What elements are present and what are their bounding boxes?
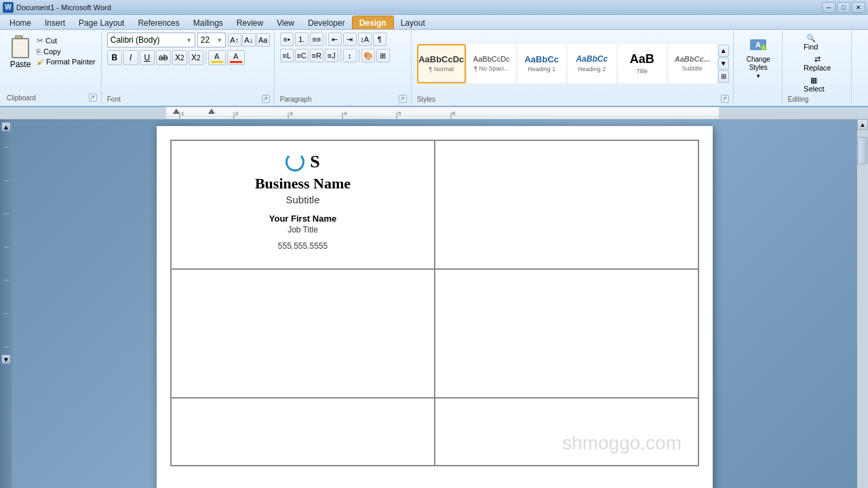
clipboard-expand[interactable]: ↗ <box>89 94 97 102</box>
line-spacing-button[interactable]: ↕ <box>343 49 357 62</box>
format-painter-button[interactable]: 🖌 Format Painter <box>35 57 97 66</box>
subscript-button[interactable]: X2 <box>172 50 187 65</box>
font-size-selector[interactable]: 22 ▼ <box>197 33 226 47</box>
bold-button[interactable]: B <box>107 50 122 65</box>
italic-button[interactable]: I <box>123 50 138 65</box>
card-cell-main[interactable]: S Business Name Subtitle Your First Name… <box>171 140 435 269</box>
tab-mailings[interactable]: Mailings <box>186 16 230 29</box>
style-heading1[interactable]: AaBbCc Heading 1 <box>517 44 566 83</box>
card-cell-bottom-1[interactable] <box>171 398 435 466</box>
document-area: S Business Name Subtitle Your First Name… <box>12 119 857 488</box>
paste-button[interactable]: Paste <box>7 34 34 70</box>
cut-button[interactable]: ✂ Cut <box>35 35 97 46</box>
main-area: ▲ — — — — — — — ▼ S Business Name S <box>0 119 868 488</box>
tab-review[interactable]: Review <box>230 16 270 29</box>
ruler: 1 2 3 4 5 6 <box>0 107 868 119</box>
shading-button[interactable]: 🎨 <box>361 49 375 62</box>
tab-developer[interactable]: Developer <box>301 16 352 29</box>
justify-button[interactable]: ≡J <box>325 49 338 62</box>
scissors-icon: ✂ <box>37 36 43 45</box>
style-no-spacing[interactable]: AaBbCcDc ¶ No Spaci... <box>467 44 516 83</box>
style-title-preview: AaB <box>630 52 654 67</box>
ribbon-tabs: Home Insert Page Layout References Maili… <box>0 15 868 30</box>
paragraph-expand[interactable]: ↗ <box>399 95 407 103</box>
decrease-indent-button[interactable]: ⇤ <box>328 33 342 46</box>
style-title[interactable]: AaB Title <box>618 44 667 83</box>
card-subtitle: Subtitle <box>285 194 319 205</box>
styles-expand-btn[interactable]: ↗ <box>721 95 729 103</box>
tab-home[interactable]: Home <box>3 16 38 29</box>
find-button[interactable]: 🔍 Find <box>800 33 822 52</box>
increase-font-button[interactable]: A↑ <box>228 33 241 47</box>
font-expand[interactable]: ↗ <box>262 95 270 103</box>
minimize-button[interactable]: ─ <box>822 2 835 13</box>
style-heading2-preview: AaBbCc <box>576 54 608 64</box>
tab-layout[interactable]: Layout <box>394 16 432 29</box>
ribbon: Paste ✂ Cut ⎘ Copy 🖌 Format Painter Clip… <box>0 30 868 107</box>
logo-circle <box>285 152 304 171</box>
card-cell-empty-1[interactable] <box>435 140 698 269</box>
bullet-list-button[interactable]: ≡• <box>280 33 294 46</box>
superscript-button[interactable]: X2 <box>189 50 203 65</box>
scroll-up-button[interactable]: ▲ <box>857 119 868 130</box>
svg-text:1: 1 <box>181 110 184 117</box>
style-heading1-preview: AaBbCc <box>524 54 559 65</box>
style-normal[interactable]: AaBbCcDc ¶ Normal <box>417 44 466 83</box>
strikethrough-button[interactable]: ab <box>156 50 171 65</box>
style-subtitle[interactable]: AaBbCc... Subtitle <box>668 44 717 83</box>
decrease-font-button[interactable]: A↓ <box>242 33 256 47</box>
font-color-button[interactable]: A <box>227 50 245 65</box>
show-formatting-button[interactable]: ¶ <box>373 33 387 46</box>
card-cell-empty-3[interactable] <box>435 269 698 398</box>
styles-scroll-down[interactable]: ▼ <box>718 58 729 70</box>
card-cell-bottom-2[interactable]: shmoggo.com <box>435 398 698 466</box>
tab-page-layout[interactable]: Page Layout <box>72 16 131 29</box>
font-family-selector[interactable]: Calibri (Body) ▼ <box>107 33 195 47</box>
style-heading2[interactable]: AaBbCc Heading 2 <box>568 44 616 83</box>
tab-design[interactable]: Design <box>352 16 394 29</box>
clear-formatting-button[interactable]: Aa <box>256 33 270 47</box>
app-icon: W <box>3 2 14 13</box>
styles-scroll-up[interactable]: ▲ <box>718 45 729 57</box>
card-cell-empty-2[interactable] <box>171 269 435 398</box>
svg-marker-18 <box>208 108 215 114</box>
align-right-button[interactable]: ≡R <box>310 49 323 62</box>
styles-group-label: Styles <box>417 94 435 103</box>
copy-icon: ⎘ <box>37 47 41 56</box>
increase-indent-button[interactable]: ⇥ <box>343 33 357 46</box>
copy-button[interactable]: ⎘ Copy <box>35 47 97 56</box>
scroll-track <box>857 130 868 488</box>
text-highlight-button[interactable]: A <box>208 50 226 65</box>
logo-letter: S <box>310 152 319 172</box>
editing-group-label: Editing <box>788 94 809 103</box>
highlight-color-bar <box>211 61 223 63</box>
business-card-grid: S Business Name Subtitle Your First Name… <box>170 140 699 466</box>
sidebar-scroll-up[interactable]: ▲ <box>1 122 11 131</box>
svg-text:5: 5 <box>398 110 401 117</box>
tab-references[interactable]: References <box>131 16 186 29</box>
ruler-content: 1 2 3 4 5 6 <box>166 107 719 119</box>
multilevel-list-button[interactable]: ≡≡ <box>310 33 323 46</box>
align-center-button[interactable]: ≡C <box>295 49 309 62</box>
underline-button[interactable]: U <box>140 50 155 65</box>
svg-text:6: 6 <box>452 110 456 117</box>
tab-insert[interactable]: Insert <box>38 16 72 29</box>
replace-button[interactable]: ⇄ Replace <box>800 54 835 73</box>
close-button[interactable]: ✕ <box>852 2 865 13</box>
sort-button[interactable]: ↕A <box>358 33 372 46</box>
change-styles-button[interactable]: A A ChangeStyles ▼ <box>743 33 774 82</box>
tab-view[interactable]: View <box>270 16 301 29</box>
scroll-thumb[interactable] <box>858 137 867 164</box>
change-styles-icon: A A <box>749 35 768 54</box>
align-left-button[interactable]: ≡L <box>280 49 294 62</box>
numbered-list-button[interactable]: 1. <box>295 33 309 46</box>
svg-text:4: 4 <box>344 110 347 117</box>
select-button[interactable]: ▦ Select <box>800 75 829 94</box>
window-title: Document1 - Microsoft Word <box>16 3 822 12</box>
maximize-button[interactable]: □ <box>837 2 850 13</box>
change-styles-group: A A ChangeStyles ▼ <box>735 31 783 104</box>
sidebar-scroll-down[interactable]: ▼ <box>1 354 11 364</box>
styles-expand[interactable]: ⊞ <box>718 70 729 83</box>
border-button[interactable]: ⊞ <box>376 49 390 62</box>
styles-group: AaBbCcDc ¶ Normal AaBbCcDc ¶ No Spaci...… <box>413 31 734 104</box>
